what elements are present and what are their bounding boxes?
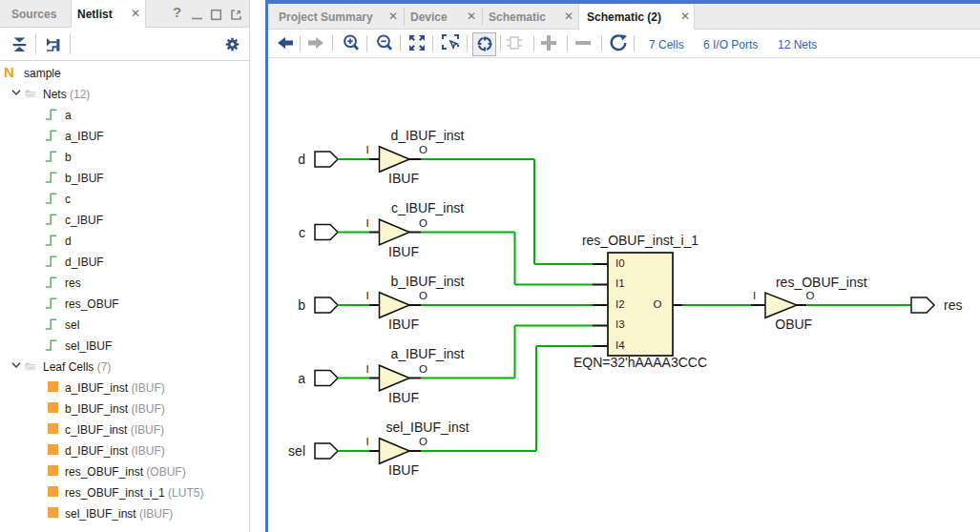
svg-text:IBUF: IBUF <box>388 244 419 259</box>
svg-text:OBUF: OBUF <box>775 317 812 332</box>
svg-text:a_IBUF_inst: a_IBUF_inst <box>390 346 464 361</box>
svg-text:a: a <box>298 371 305 386</box>
svg-text:b_IBUF_inst: b_IBUF_inst <box>390 274 464 289</box>
svg-text:EQN=32'hAAAA3CCC: EQN=32'hAAAA3CCC <box>573 355 707 370</box>
svg-text:O: O <box>419 217 427 229</box>
svg-text:O: O <box>654 298 662 310</box>
svg-text:I: I <box>365 363 368 375</box>
svg-text:O: O <box>806 290 815 301</box>
svg-text:O: O <box>419 363 427 375</box>
svg-text:res_OBUF_inst_i_1: res_OBUF_inst_i_1 <box>582 233 699 248</box>
svg-text:sel: sel <box>288 443 305 459</box>
svg-text:O: O <box>419 290 427 301</box>
svg-text:IBUF: IBUF <box>388 390 419 405</box>
svg-text:I2: I2 <box>615 298 625 310</box>
svg-text:I: I <box>365 144 368 155</box>
svg-text:I: I <box>753 290 756 301</box>
svg-text:IBUF: IBUF <box>388 171 419 186</box>
svg-text:I: I <box>365 290 368 301</box>
svg-text:O: O <box>419 436 427 447</box>
svg-text:I: I <box>365 217 368 229</box>
svg-text:c: c <box>299 225 305 240</box>
svg-text:I3: I3 <box>615 318 625 330</box>
svg-text:O: O <box>419 144 427 155</box>
svg-text:b: b <box>298 297 305 313</box>
svg-text:c_IBUF_inst: c_IBUF_inst <box>391 200 464 215</box>
svg-text:I1: I1 <box>615 277 625 289</box>
svg-text:d_IBUF_inst: d_IBUF_inst <box>390 128 464 143</box>
svg-text:IBUF: IBUF <box>388 317 419 332</box>
svg-text:res: res <box>944 297 962 313</box>
svg-text:res_OBUF_inst: res_OBUF_inst <box>776 275 867 290</box>
svg-text:sel_IBUF_inst: sel_IBUF_inst <box>386 419 469 435</box>
svg-text:I: I <box>365 436 368 447</box>
svg-text:IBUF: IBUF <box>388 462 419 478</box>
svg-text:I4: I4 <box>615 339 625 351</box>
svg-text:I0: I0 <box>615 257 625 269</box>
svg-text:d: d <box>298 152 305 167</box>
